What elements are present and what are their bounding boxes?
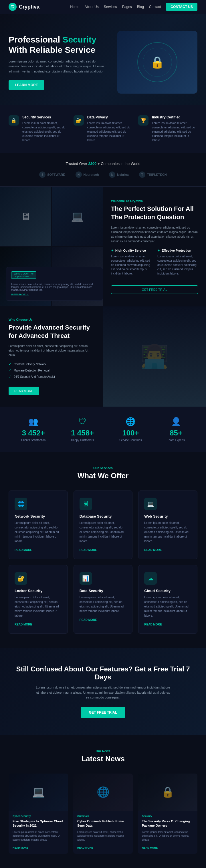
logo-3: T TRIPLETECH <box>139 172 167 178</box>
cta-button[interactable]: GET FREE TRIAL <box>81 707 125 718</box>
logo-icon-1: N <box>76 172 82 178</box>
services-grid: 🌐 Network Security Lorem ipsum dolor sit… <box>8 491 198 634</box>
service-card-0: 🌐 Network Security Lorem ipsum dolor sit… <box>8 491 68 559</box>
news-tag: Our News <box>8 749 198 753</box>
stat-2: 🌐 100+ Service Countries <box>119 417 142 442</box>
service-link-5[interactable]: READ MORE <box>144 623 162 626</box>
logo-label-0: SOFTWARE <box>47 173 65 176</box>
about-content: Welcome To Cryptiva The Perfect Solution… <box>103 187 206 306</box>
why-list-item-2: ✓ 24/7 Support And Remote Assist <box>8 375 95 379</box>
logo-icon-0: S <box>39 172 46 178</box>
about-title: The Perfect Solution For All The Protect… <box>111 205 198 221</box>
trusted-number: 2300 <box>88 161 97 166</box>
person-icon: 👨‍💻 <box>140 343 169 370</box>
news-tag-2: Security <box>142 815 194 817</box>
check-icon-1: ✓ <box>8 368 11 372</box>
nav-pages[interactable]: Pages <box>122 5 132 9</box>
about-img-2: 💻 <box>51 187 103 247</box>
about-img-1: 🖥 <box>0 187 51 247</box>
service-desc-1: Lorem ipsum dolor sit amet, consectetur … <box>80 521 127 544</box>
hero-section: Professional Security With Reliable Serv… <box>0 14 206 105</box>
read-more-button[interactable]: READ MORE <box>8 386 39 395</box>
about-badge-text: Lorem ipsum dolor sit amet, consectetur … <box>11 283 98 291</box>
why-tag: Why Choose Us <box>8 318 95 321</box>
news-tag-0: Cyber Security <box>12 815 64 817</box>
stat-icon-0: 👥 <box>21 417 46 426</box>
feature-card-0: 🔒 Security Services Lorem ipsum dolor si… <box>8 115 68 143</box>
stat-number-2: 100+ <box>119 429 142 437</box>
nav-home[interactable]: Home <box>70 5 79 9</box>
services-tag: Our Services <box>8 466 198 470</box>
feature-card-1: 🔐 Data Privacy Lorem ipsum dolor sit ame… <box>74 115 133 143</box>
star-icon: ✦ <box>157 249 160 252</box>
why-list: ✓ Content Delivery Network ✓ Malware Det… <box>8 362 95 381</box>
hero-title-line1: Professional <box>8 35 60 44</box>
open-badge: We Are Open ForOpportunities Lorem ipsum… <box>6 267 103 301</box>
brand-name: Cryptiva <box>19 4 40 10</box>
logo-icon-3: T <box>139 172 145 178</box>
stat-icon-3: 👤 <box>168 417 185 426</box>
service-icon-1: 🗄 <box>80 498 92 510</box>
nav-services[interactable]: Services <box>104 5 117 9</box>
about-feat-title-0: ✦ High Quality Service <box>111 249 152 252</box>
news-content-1: Criminals Cyber Criminals Publish Stolen… <box>73 811 133 854</box>
why-list-item-0: ✓ Content Delivery Network <box>8 362 95 366</box>
services-header: Our Services What We Offer <box>8 466 198 480</box>
service-icon-2: 💻 <box>144 498 157 510</box>
free-trial-button[interactable]: GET FREE TRIAL <box>111 285 198 294</box>
service-title-0: Network Security <box>15 514 62 519</box>
service-title-3: Locker Security <box>15 589 62 593</box>
services-title: What We Offer <box>8 471 198 480</box>
nav-about[interactable]: About Us <box>84 5 98 9</box>
about-feat-1: ✦ Effective Protection Lorem ipsum dolor… <box>157 249 198 281</box>
stat-number-3: 85+ <box>168 429 185 437</box>
news-link-1[interactable]: READ MORE <box>77 846 93 849</box>
service-icon-0: 🌐 <box>15 498 27 510</box>
why-list-item-1: ✓ Malware Detection Removal <box>8 368 95 372</box>
service-card-4: 📊 Data Security Lorem ipsum dolor sit am… <box>74 565 133 634</box>
service-desc-5: Lorem ipsum dolor sit amet, consectetur … <box>144 595 191 618</box>
feature-icon-2: 🏆 <box>138 115 149 126</box>
service-link-1[interactable]: READ MORE <box>80 549 97 552</box>
stat-icon-1: 🛡 <box>71 417 94 426</box>
nav-contact[interactable]: Contact <box>149 5 161 9</box>
news-link-0[interactable]: READ MORE <box>12 846 28 849</box>
news-link-2[interactable]: READ MORE <box>142 846 158 849</box>
view-page-link[interactable]: VIEW PAGE → <box>11 293 29 296</box>
logos-row: S SOFTWARE N Neuratech N Nebrica T TRIPL… <box>8 172 198 178</box>
logo-1: N Neuratech <box>76 172 99 178</box>
feature-text-2: Industry Certified Lorem ipsum dolor sit… <box>152 115 198 143</box>
nav-blog[interactable]: Blog <box>137 5 144 9</box>
service-desc-4: Lorem ipsum dolor sit amet, consectetur … <box>80 595 127 614</box>
service-link-2[interactable]: READ MORE <box>144 549 162 552</box>
about-images: 🖥 💻 👩‍💻 ⌨ We Are Open ForOpportunities L… <box>0 187 103 306</box>
news-content-0: Cyber Security Five Strategies to Optimi… <box>8 811 68 854</box>
news-img-0: 💻 <box>8 774 68 811</box>
about-feat-title-1: ✦ Effective Protection <box>157 249 198 252</box>
logo-icon: 🛡 <box>8 3 17 11</box>
feature-title-2: Industry Certified <box>152 115 198 119</box>
news-title: Latest News <box>8 754 198 763</box>
news-content-2: Security The Security Risks Of Changing … <box>138 811 198 854</box>
news-desc-1: Lorem ipsum dolor sit amet, consectetur … <box>77 830 129 842</box>
logo-2: N Nebrica <box>109 172 128 178</box>
news-card-1: 🌐 Criminals Cyber Criminals Publish Stol… <box>73 774 133 854</box>
about-section: 🖥 💻 👩‍💻 ⌨ We Are Open ForOpportunities L… <box>0 187 206 306</box>
news-section: Our News Latest News 💻 Cyber Security Fi… <box>0 735 206 868</box>
nav-cta-button[interactable]: CONTACT US <box>166 3 198 11</box>
news-card-0: 💻 Cyber Security Five Strategies to Opti… <box>8 774 68 854</box>
stats-section: 👥 3 452+ Clients Satisfaction 🛡 1 458+ H… <box>0 407 206 452</box>
service-link-4[interactable]: READ MORE <box>80 618 97 621</box>
open-badge-label: We Are Open ForOpportunities <box>11 271 36 279</box>
feature-card-2: 🏆 Industry Certified Lorem ipsum dolor s… <box>138 115 198 143</box>
services-section: Our Services What We Offer 🌐 Network Sec… <box>0 452 206 648</box>
stat-1: 🛡 1 458+ Happy Customers <box>71 417 94 442</box>
screen-icon-1: 🖥 <box>21 211 31 223</box>
hero-content: Professional Security With Reliable Serv… <box>8 34 106 90</box>
hero-title: Professional Security With Reliable Serv… <box>8 34 106 55</box>
hero-cta-button[interactable]: LEARN MORE <box>8 80 44 90</box>
service-link-3[interactable]: READ MORE <box>15 623 32 626</box>
stat-3: 👤 85+ Team Experts <box>168 417 185 442</box>
service-link-0[interactable]: READ MORE <box>15 549 32 552</box>
lock-graphic: 🔒 <box>137 42 177 82</box>
